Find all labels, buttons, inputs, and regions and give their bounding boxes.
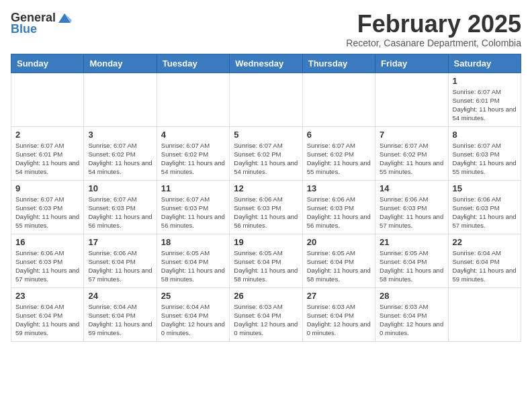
- day-number: 13: [307, 183, 371, 193]
- day-info: Sunrise: 6:06 AM Sunset: 6:03 PM Dayligh…: [234, 195, 298, 230]
- calendar-week-row: 9Sunrise: 6:07 AM Sunset: 6:03 PM Daylig…: [11, 180, 521, 234]
- calendar-cell: 11Sunrise: 6:07 AM Sunset: 6:03 PM Dayli…: [157, 180, 229, 234]
- calendar-cell: [375, 73, 448, 126]
- day-number: 22: [453, 237, 517, 247]
- day-number: 11: [161, 183, 225, 193]
- day-of-week-header: Wednesday: [230, 54, 302, 73]
- day-number: 26: [234, 291, 298, 301]
- day-of-week-header: Friday: [375, 54, 448, 73]
- calendar-cell: 4Sunrise: 6:07 AM Sunset: 6:02 PM Daylig…: [157, 126, 229, 180]
- day-info: Sunrise: 6:05 AM Sunset: 6:04 PM Dayligh…: [380, 248, 443, 284]
- day-number: 15: [453, 183, 517, 193]
- calendar-cell: 14Sunrise: 6:06 AM Sunset: 6:03 PM Dayli…: [375, 180, 448, 234]
- day-info: Sunrise: 6:05 AM Sunset: 6:04 PM Dayligh…: [234, 248, 298, 284]
- calendar-cell: 13Sunrise: 6:06 AM Sunset: 6:03 PM Dayli…: [302, 180, 375, 234]
- calendar-cell: 27Sunrise: 6:03 AM Sunset: 6:04 PM Dayli…: [302, 287, 375, 341]
- calendar-cell: 20Sunrise: 6:05 AM Sunset: 6:04 PM Dayli…: [302, 234, 375, 287]
- calendar-cell: 25Sunrise: 6:04 AM Sunset: 6:04 PM Dayli…: [157, 287, 229, 341]
- day-of-week-header: Sunday: [11, 54, 84, 73]
- calendar-week-row: 1Sunrise: 6:07 AM Sunset: 6:01 PM Daylig…: [11, 73, 521, 126]
- day-info: Sunrise: 6:07 AM Sunset: 6:02 PM Dayligh…: [380, 141, 443, 177]
- day-number: 4: [161, 130, 225, 140]
- day-info: Sunrise: 6:07 AM Sunset: 6:02 PM Dayligh…: [307, 141, 371, 177]
- calendar-cell: 26Sunrise: 6:03 AM Sunset: 6:04 PM Dayli…: [230, 287, 302, 341]
- calendar-cell: 22Sunrise: 6:04 AM Sunset: 6:04 PM Dayli…: [448, 234, 521, 287]
- calendar-cell: [11, 73, 84, 126]
- day-number: 18: [161, 237, 225, 247]
- calendar-cell: [84, 73, 157, 126]
- calendar-cell: 8Sunrise: 6:07 AM Sunset: 6:03 PM Daylig…: [448, 126, 521, 180]
- calendar-cell: 12Sunrise: 6:06 AM Sunset: 6:03 PM Dayli…: [230, 180, 302, 234]
- day-info: Sunrise: 6:07 AM Sunset: 6:03 PM Dayligh…: [88, 195, 152, 230]
- day-info: Sunrise: 6:06 AM Sunset: 6:03 PM Dayligh…: [15, 248, 79, 284]
- day-info: Sunrise: 6:07 AM Sunset: 6:01 PM Dayligh…: [15, 141, 79, 177]
- day-number: 20: [307, 237, 371, 247]
- calendar-cell: 23Sunrise: 6:04 AM Sunset: 6:04 PM Dayli…: [11, 287, 84, 341]
- calendar-cell: 24Sunrise: 6:04 AM Sunset: 6:04 PM Dayli…: [84, 287, 157, 341]
- day-info: Sunrise: 6:06 AM Sunset: 6:04 PM Dayligh…: [88, 248, 152, 284]
- day-number: 3: [88, 130, 152, 140]
- day-info: Sunrise: 6:06 AM Sunset: 6:03 PM Dayligh…: [307, 195, 371, 230]
- location-title: Recetor, Casanare Department, Colombia: [346, 38, 521, 48]
- day-of-week-header: Saturday: [448, 54, 521, 73]
- logo-icon: [57, 12, 72, 24]
- calendar-week-row: 2Sunrise: 6:07 AM Sunset: 6:01 PM Daylig…: [11, 126, 521, 180]
- calendar-header-row: SundayMondayTuesdayWednesdayThursdayFrid…: [11, 54, 521, 73]
- day-number: 1: [453, 76, 517, 86]
- calendar-cell: 18Sunrise: 6:05 AM Sunset: 6:04 PM Dayli…: [157, 234, 229, 287]
- title-area: February 2025 Recetor, Casanare Departme…: [346, 11, 521, 48]
- day-number: 14: [380, 183, 443, 193]
- calendar-cell: 28Sunrise: 6:03 AM Sunset: 6:04 PM Dayli…: [375, 287, 448, 341]
- calendar-cell: 5Sunrise: 6:07 AM Sunset: 6:02 PM Daylig…: [230, 126, 302, 180]
- day-number: 27: [307, 291, 371, 301]
- day-number: 5: [234, 130, 298, 140]
- day-number: 21: [380, 237, 443, 247]
- day-of-week-header: Monday: [84, 54, 157, 73]
- day-number: 10: [88, 183, 152, 193]
- day-info: Sunrise: 6:03 AM Sunset: 6:04 PM Dayligh…: [234, 302, 298, 338]
- logo-blue: Blue: [11, 22, 37, 36]
- calendar-cell: 17Sunrise: 6:06 AM Sunset: 6:04 PM Dayli…: [84, 234, 157, 287]
- day-number: 17: [88, 237, 152, 247]
- calendar-cell: 15Sunrise: 6:06 AM Sunset: 6:03 PM Dayli…: [448, 180, 521, 234]
- calendar-week-row: 23Sunrise: 6:04 AM Sunset: 6:04 PM Dayli…: [11, 287, 521, 341]
- day-info: Sunrise: 6:07 AM Sunset: 6:03 PM Dayligh…: [453, 141, 517, 177]
- day-info: Sunrise: 6:04 AM Sunset: 6:04 PM Dayligh…: [15, 302, 79, 338]
- calendar-cell: 3Sunrise: 6:07 AM Sunset: 6:02 PM Daylig…: [84, 126, 157, 180]
- day-number: 25: [161, 291, 225, 301]
- calendar-cell: 16Sunrise: 6:06 AM Sunset: 6:03 PM Dayli…: [11, 234, 84, 287]
- day-info: Sunrise: 6:04 AM Sunset: 6:04 PM Dayligh…: [453, 248, 517, 284]
- calendar-table: SundayMondayTuesdayWednesdayThursdayFrid…: [11, 54, 521, 342]
- calendar-cell: 2Sunrise: 6:07 AM Sunset: 6:01 PM Daylig…: [11, 126, 84, 180]
- day-info: Sunrise: 6:07 AM Sunset: 6:02 PM Dayligh…: [234, 141, 298, 177]
- day-number: 16: [15, 237, 79, 247]
- day-number: 2: [15, 130, 79, 140]
- calendar-cell: 21Sunrise: 6:05 AM Sunset: 6:04 PM Dayli…: [375, 234, 448, 287]
- day-number: 8: [453, 130, 517, 140]
- day-info: Sunrise: 6:04 AM Sunset: 6:04 PM Dayligh…: [161, 302, 225, 338]
- day-info: Sunrise: 6:05 AM Sunset: 6:04 PM Dayligh…: [161, 248, 225, 284]
- day-of-week-header: Thursday: [302, 54, 375, 73]
- month-title: February 2025: [346, 11, 521, 38]
- day-number: 7: [380, 130, 443, 140]
- day-number: 28: [380, 291, 443, 301]
- calendar-cell: 10Sunrise: 6:07 AM Sunset: 6:03 PM Dayli…: [84, 180, 157, 234]
- day-info: Sunrise: 6:06 AM Sunset: 6:03 PM Dayligh…: [453, 195, 517, 230]
- calendar-cell: [230, 73, 302, 126]
- calendar-cell: 6Sunrise: 6:07 AM Sunset: 6:02 PM Daylig…: [302, 126, 375, 180]
- calendar-cell: [448, 287, 521, 341]
- day-info: Sunrise: 6:03 AM Sunset: 6:04 PM Dayligh…: [307, 302, 371, 338]
- day-info: Sunrise: 6:07 AM Sunset: 6:01 PM Dayligh…: [453, 87, 517, 123]
- day-number: 24: [88, 291, 152, 301]
- calendar-cell: 9Sunrise: 6:07 AM Sunset: 6:03 PM Daylig…: [11, 180, 84, 234]
- page-header: General Blue February 2025 Recetor, Casa…: [11, 11, 521, 48]
- day-number: 6: [307, 130, 371, 140]
- day-number: 19: [234, 237, 298, 247]
- day-info: Sunrise: 6:07 AM Sunset: 6:02 PM Dayligh…: [161, 141, 225, 177]
- day-of-week-header: Tuesday: [157, 54, 229, 73]
- day-info: Sunrise: 6:05 AM Sunset: 6:04 PM Dayligh…: [307, 248, 371, 284]
- logo: General Blue: [11, 11, 72, 36]
- day-info: Sunrise: 6:03 AM Sunset: 6:04 PM Dayligh…: [380, 302, 443, 338]
- day-number: 23: [15, 291, 79, 301]
- calendar-cell: 19Sunrise: 6:05 AM Sunset: 6:04 PM Dayli…: [230, 234, 302, 287]
